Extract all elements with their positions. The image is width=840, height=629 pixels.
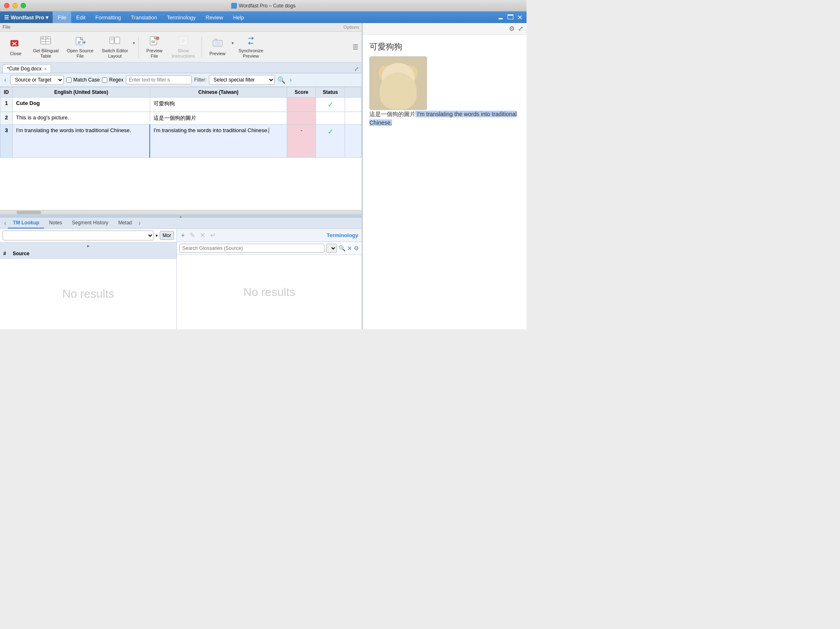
term-enter-button[interactable]: ↵ xyxy=(209,231,216,240)
row2-source[interactable]: This is a dog's picture. xyxy=(13,112,150,125)
open-source-button[interactable]: Open SourceFile xyxy=(63,33,97,61)
term-edit-button[interactable]: ✎ xyxy=(189,231,196,240)
filter-label: Filter: xyxy=(194,77,207,83)
terminology-search-button[interactable]: 🔍 xyxy=(339,245,346,252)
filter-nav-next[interactable]: › xyxy=(288,76,293,84)
tab-notes[interactable]: Notes xyxy=(44,218,67,228)
right-panel: ⚙ ⤢ 可愛狗狗 這是一個狗的圖片 I'm translating the wo… xyxy=(362,23,527,329)
tab-segment-history[interactable]: Segment History xyxy=(67,218,114,228)
file-tab-close-icon[interactable]: × xyxy=(44,66,46,71)
tm-filter-select[interactable] xyxy=(2,231,154,240)
terminology-clear-button[interactable]: ✕ xyxy=(347,245,352,252)
table-row[interactable]: 3 I'm translating the words into traditi… xyxy=(0,125,362,158)
maximize-button[interactable] xyxy=(21,3,26,8)
row3-target[interactable]: I'm translating the words into tradition… xyxy=(150,125,287,158)
regex-checkbox[interactable] xyxy=(102,77,107,83)
row3-source[interactable]: I'm translating the words into tradition… xyxy=(13,125,150,158)
scroll-thumb[interactable] xyxy=(16,211,41,214)
brand-menu[interactable]: ☰ Wordfast Pro ▾ xyxy=(0,12,53,23)
preview-gear-button[interactable]: ⚙ xyxy=(509,25,515,33)
switch-layout-button[interactable]: Switch EditorLayout xyxy=(98,33,131,61)
row1-source[interactable]: Cute Dog xyxy=(13,98,150,112)
tm-more-button[interactable]: Mor xyxy=(160,231,174,240)
source-target-select[interactable]: Source or Target xyxy=(10,75,64,85)
minimize-button[interactable] xyxy=(12,3,18,8)
bottom-tab-prev-arrow[interactable]: ‹ xyxy=(2,219,8,227)
table-row[interactable]: 2 This is a dog's picture. 這是一個狗的圖片 xyxy=(0,112,362,125)
row2-target[interactable]: 這是一個狗的圖片 xyxy=(150,112,287,125)
col-header-status: Status xyxy=(316,87,345,98)
row1-status-icon: ✓ xyxy=(327,100,334,109)
close-tool-button[interactable]: Close xyxy=(3,36,28,58)
bilingual-table-label: Get BilingualTable xyxy=(33,48,58,59)
menu-terminology[interactable]: Terminology xyxy=(162,12,201,23)
menu-edit[interactable]: Edit xyxy=(71,12,90,23)
row1-status: ✓ xyxy=(316,98,345,112)
filter-search-button[interactable]: 🔍 xyxy=(277,76,285,84)
expand-button[interactable]: ⤢ xyxy=(354,65,359,72)
preview-dropdown-icon[interactable]: ▾ xyxy=(232,41,234,45)
toolbar-menu-icon[interactable]: ☰ xyxy=(353,43,358,51)
menu-help[interactable]: Help xyxy=(228,12,249,23)
table-row[interactable]: 1 Cute Dog 可愛狗狗 ✓ xyxy=(0,98,362,112)
terminology-panel: + ✎ ✕ ↵ Terminology 🔍 ✕ ⚙ xyxy=(177,229,362,329)
preview-live-button[interactable]: live Preview xyxy=(205,36,230,58)
filter-nav-prev[interactable]: ‹ xyxy=(2,76,8,84)
toolbar: Close EN ZH Get BilingualTa xyxy=(0,32,362,62)
show-instructions-icon xyxy=(177,35,190,47)
file-tab-active[interactable]: *Cute Dog.docx × xyxy=(2,64,51,73)
terminology-search-bar: 🔍 ✕ ⚙ xyxy=(177,242,362,255)
match-case-label: Match Case xyxy=(73,77,100,83)
svg-text:ZH: ZH xyxy=(46,37,49,39)
col-header-id: ID xyxy=(0,87,13,98)
term-add-button[interactable]: + xyxy=(180,231,186,240)
match-case-checkbox[interactable] xyxy=(66,77,72,83)
term-delete-button[interactable]: ✕ xyxy=(199,231,206,240)
bilingual-table-button[interactable]: EN ZH Get BilingualTable xyxy=(30,33,62,61)
filter-bar: ‹ Source or Target Match Case Regex Filt… xyxy=(0,73,362,87)
row3-id: 3 xyxy=(0,125,13,158)
synchronize-preview-button[interactable]: SynchronizePreview xyxy=(235,33,267,61)
special-filter-select[interactable]: Select special filter xyxy=(209,75,275,85)
window-close-icon[interactable]: ✕ xyxy=(517,14,522,21)
show-instructions-button[interactable]: ShowInstructions xyxy=(168,33,198,61)
tm-lookup-panel: ▾ Mor ▸ # Source No results xyxy=(0,229,177,329)
layout-dropdown-icon[interactable]: ▾ xyxy=(133,41,135,45)
terminology-toolbar: + ✎ ✕ ↵ Terminology xyxy=(177,229,362,242)
row2-id: 2 xyxy=(0,112,13,125)
row1-target[interactable]: 可愛狗狗 xyxy=(150,98,287,112)
filter-text-input[interactable] xyxy=(126,75,192,84)
col-header-english: English (United States) xyxy=(13,87,150,98)
tm-dropdown-icon[interactable]: ▾ xyxy=(155,233,158,238)
window-maximize-icon[interactable]: 🗖 xyxy=(507,14,514,21)
toolbar-separator-1 xyxy=(138,37,139,57)
terminology-search-input[interactable] xyxy=(179,244,325,253)
bottom-tab-next-arrow[interactable]: › xyxy=(137,219,142,227)
tm-filter-bar: ▾ Mor xyxy=(0,229,176,242)
preview-resize-button[interactable]: ⤢ xyxy=(518,25,523,33)
tm-expand-indicator[interactable]: ▸ xyxy=(0,242,176,249)
col-header-score: Score xyxy=(287,87,316,98)
translation-table-wrap: ID English (United States) Chinese (Taiw… xyxy=(0,87,362,210)
regex-label: Regex xyxy=(109,77,123,83)
preview-text-prefix: 這是一個狗的圖片 xyxy=(369,111,415,117)
main-layout: File Options Close xyxy=(0,23,527,329)
horizontal-scrollbar[interactable] xyxy=(0,210,362,214)
window-controls[interactable] xyxy=(4,3,26,8)
brand-dropdown-icon: ▾ xyxy=(46,14,49,21)
terminology-search-dropdown[interactable] xyxy=(326,244,337,253)
window-minimize-icon[interactable]: 🗕 xyxy=(497,14,504,21)
terminology-settings-button[interactable]: ⚙ xyxy=(354,245,359,252)
bottom-content: ▾ Mor ▸ # Source No results xyxy=(0,229,362,329)
menu-translation[interactable]: Translation xyxy=(126,12,162,23)
row1-action xyxy=(345,98,361,112)
tab-tm-lookup[interactable]: TM Lookup xyxy=(8,218,44,228)
menu-formatting[interactable]: Formatting xyxy=(90,12,126,23)
preview-file-button[interactable]: ! PreviewFile xyxy=(142,33,167,61)
file-label: File xyxy=(2,24,10,30)
tab-metad[interactable]: Metad xyxy=(113,218,137,228)
row3-action xyxy=(345,125,361,158)
close-button[interactable] xyxy=(4,3,9,8)
menu-review[interactable]: Review xyxy=(201,12,228,23)
menu-file[interactable]: File xyxy=(53,12,71,23)
